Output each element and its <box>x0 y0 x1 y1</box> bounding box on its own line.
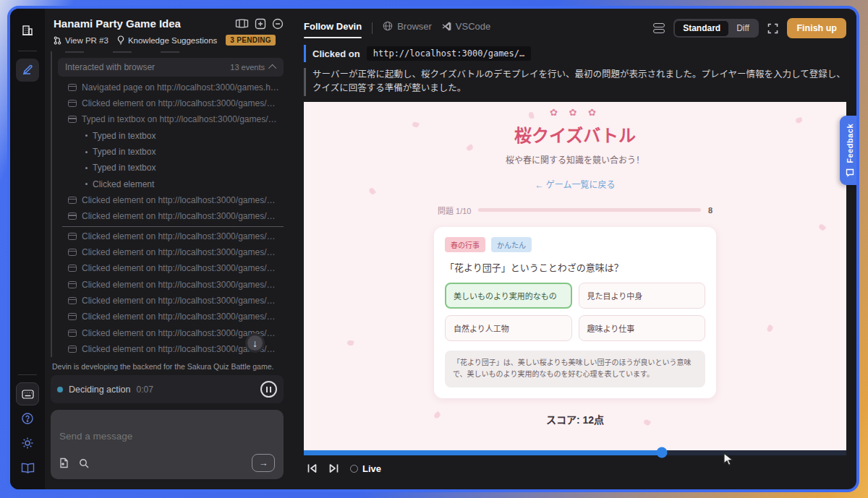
event-timeline[interactable]: Interacted with browser 13 events Naviga… <box>51 51 284 357</box>
browser-window-icon <box>68 233 77 240</box>
view-tabbar: Follow Devin Browser VSCode Standard Dif… <box>304 16 846 40</box>
status-label: Deciding action <box>69 385 130 395</box>
mouse-cursor <box>723 452 735 467</box>
browser-window-icon <box>68 249 77 256</box>
sakura-petal <box>346 340 354 345</box>
live-toggle[interactable]: Live <box>350 463 381 474</box>
bullet-icon <box>85 183 88 185</box>
browser-window-icon <box>68 330 77 337</box>
attach-file-icon[interactable] <box>59 458 69 468</box>
quiz-title: 桜クイズバトル <box>304 121 846 147</box>
message-composer[interactable]: → <box>51 410 284 479</box>
event-group-label: Interacted with browser <box>65 62 230 72</box>
event-row[interactable]: Clicked element on http://localhost:3000… <box>58 208 284 224</box>
scroll-to-bottom-button[interactable]: ↓ <box>245 333 265 353</box>
event-divider <box>62 226 284 227</box>
answer-option[interactable]: 趣味より仕事 <box>579 315 706 341</box>
action-url[interactable]: http://localhost:3000/games/… <box>367 46 532 61</box>
quiz-subtitle: 桜や春に関する知識を競い合おう！ <box>304 153 846 166</box>
icon-rail <box>10 9 45 489</box>
progress-label: 問題 1/10 <box>438 205 471 216</box>
bullet-icon <box>85 167 88 169</box>
clipped-previous-row <box>58 51 284 58</box>
status-dot <box>57 387 63 392</box>
event-group-header[interactable]: Interacted with browser 13 events <box>58 58 284 77</box>
view-mode-toggle: Standard Diff <box>673 19 760 38</box>
panorama-view-icon[interactable] <box>235 19 249 28</box>
browser-window-icon <box>68 197 77 204</box>
search-icon[interactable] <box>79 458 89 468</box>
view-mode-standard[interactable]: Standard <box>675 21 728 36</box>
feedback-tab[interactable]: Feedback <box>840 116 859 185</box>
question-progress: 問題 1/10 8 <box>438 205 712 216</box>
event-row[interactable]: Clicked element on http://localhost:3000… <box>58 244 284 260</box>
event-row[interactable]: Clicked element on http://localhost:3000… <box>58 276 284 292</box>
skip-to-start-icon[interactable] <box>307 463 318 473</box>
finish-up-button[interactable]: Finish up <box>787 18 846 38</box>
message-input[interactable] <box>59 418 275 454</box>
answer-option[interactable]: 美しいものより実用的なもの <box>445 283 572 309</box>
event-row[interactable]: Clicked element on http://localhost:3000… <box>58 293 284 309</box>
timeline-fill <box>304 450 662 455</box>
event-subrow[interactable]: Typed in textbox <box>58 144 284 160</box>
timer-value: 8 <box>708 206 712 215</box>
current-action-line: Clicked on http://localhost:3000/games/… <box>304 45 846 62</box>
event-row[interactable]: Clicked element on http://localhost:3000… <box>58 309 284 325</box>
answer-option[interactable]: 見た目より中身 <box>579 283 706 309</box>
playback-timeline[interactable] <box>304 450 846 455</box>
chevron-up-icon <box>268 64 276 72</box>
gear-icon[interactable] <box>16 432 39 455</box>
event-row[interactable]: Clicked element on http://localhost:3000… <box>58 192 284 208</box>
bullet-icon <box>85 134 88 137</box>
split-view-icon[interactable] <box>653 23 665 33</box>
skip-to-end-icon[interactable] <box>328 463 339 473</box>
session-edit-icon[interactable] <box>16 59 39 82</box>
agent-status-bar: Deciding action 0:07 <box>51 375 284 403</box>
rail-divider-bottom <box>18 374 37 375</box>
browser-window-icon <box>68 265 77 272</box>
devin-app-window: Hanami Party Game Idea <box>7 6 859 492</box>
question-card: 春の行事 かんたん 「花より団子」ということわざの意味は？ 美しいものより実用的… <box>434 227 716 398</box>
back-to-games-link[interactable]: ← ゲーム一覧に戻る <box>535 178 616 190</box>
timeline-handle[interactable] <box>657 447 668 458</box>
browser-window-icon <box>68 281 77 288</box>
tab-vscode[interactable]: VSCode <box>442 21 490 36</box>
pause-button[interactable] <box>260 381 277 398</box>
event-row[interactable]: Clicked element on http://localhost:3000… <box>58 95 284 111</box>
sakura-petal <box>818 223 826 231</box>
event-subrow[interactable]: Clicked element <box>58 176 284 192</box>
answer-option[interactable]: 自然より人工物 <box>445 315 572 341</box>
browser-window-icon <box>68 100 77 107</box>
view-mode-diff[interactable]: Diff <box>728 21 757 36</box>
organization-icon[interactable] <box>16 19 39 42</box>
tab-follow-devin[interactable]: Follow Devin <box>304 21 362 36</box>
event-subrow[interactable]: Typed in textbox <box>58 160 284 176</box>
sakura-petal <box>766 325 774 332</box>
status-timer: 0:07 <box>136 385 153 395</box>
fullscreen-icon[interactable] <box>767 23 778 34</box>
docs-book-icon[interactable] <box>16 456 39 479</box>
send-button[interactable]: → <box>252 454 275 472</box>
bullet-icon <box>85 151 88 153</box>
category-badge: 春の行事 <box>445 237 485 252</box>
tab-browser[interactable]: Browser <box>383 21 432 36</box>
event-row[interactable]: Clicked element on http://localhost:3000… <box>58 260 284 276</box>
add-panel-icon[interactable] <box>255 18 266 30</box>
view-pr-link[interactable]: View PR #3 <box>54 36 109 45</box>
browser-window-icon <box>68 84 77 91</box>
event-row[interactable]: Clicked element on http://localhost:3000… <box>58 228 284 244</box>
browser-window-icon <box>68 212 77 220</box>
event-row[interactable]: Typed in textbox on http://localhost:300… <box>58 111 284 127</box>
event-group-count: 13 events <box>230 63 265 72</box>
help-icon[interactable] <box>16 407 39 430</box>
action-prefix: Clicked on <box>312 48 360 59</box>
event-row[interactable]: Navigated page on http://localhost:3000/… <box>58 80 284 95</box>
collapse-panel-icon[interactable] <box>272 18 284 30</box>
feedback-label: Feedback <box>846 124 854 163</box>
event-subrow[interactable]: Typed in textbox <box>58 128 284 144</box>
keyboard-icon[interactable] <box>16 382 39 405</box>
knowledge-suggestions-link[interactable]: Knowledge Suggestions <box>117 35 217 45</box>
session-title: Hanami Party Game Idea <box>54 17 229 30</box>
pending-badge[interactable]: 3 PENDING <box>226 35 276 46</box>
flower-decorations: ✿ ✿ ✿ <box>304 107 846 118</box>
